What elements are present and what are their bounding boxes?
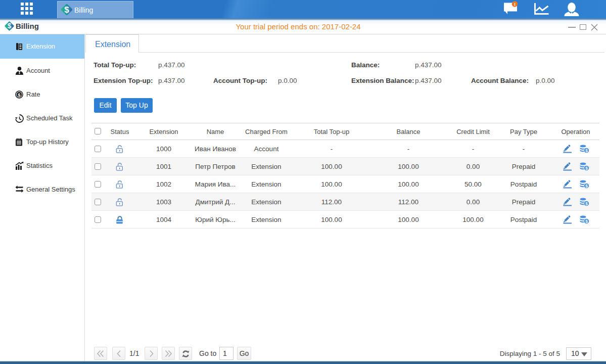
svg-text:$: $ bbox=[585, 183, 588, 188]
svg-text:$: $ bbox=[64, 5, 69, 15]
svg-text:$: $ bbox=[585, 148, 588, 153]
svg-text:$: $ bbox=[585, 201, 588, 206]
svg-text:$: $ bbox=[18, 92, 21, 97]
svg-text:$: $ bbox=[585, 165, 588, 170]
svg-text:$: $ bbox=[585, 218, 588, 223]
svg-text:!: ! bbox=[514, 2, 516, 7]
